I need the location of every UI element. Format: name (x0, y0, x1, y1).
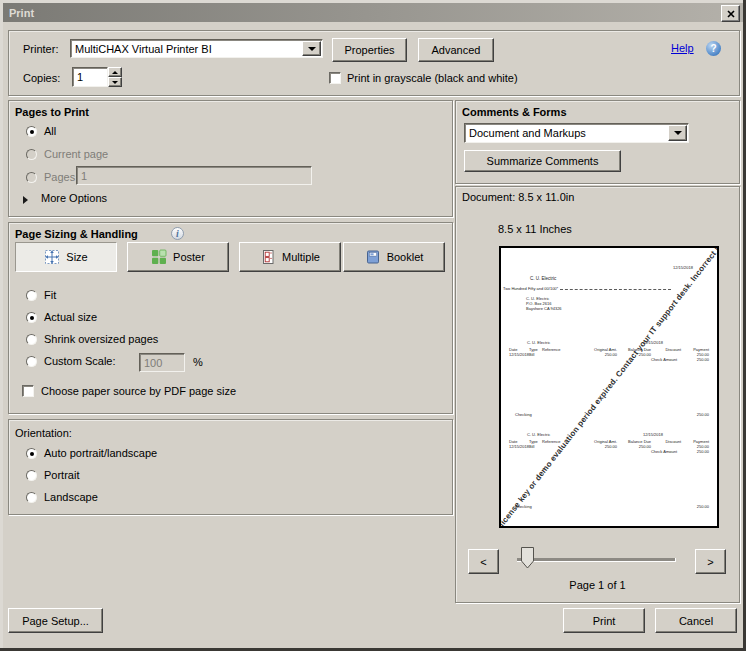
stub-row-type: Bill (529, 444, 534, 449)
document-size-label: Document: 8.5 x 11.0in (462, 191, 574, 203)
help-icon[interactable]: ? (706, 41, 721, 56)
multiple-button-label: Multiple (282, 251, 320, 263)
check-amount-words-row: Two Hundred Fifty and 00/100* (503, 286, 671, 291)
more-options-label[interactable]: More Options (41, 192, 107, 204)
help-icon-glyph: ? (710, 43, 716, 54)
chevron-down-icon (308, 47, 316, 51)
orientation-group: Orientation: Auto portrait/landscape Por… (8, 419, 453, 515)
radio-shrink-label: Shrink oversized pages (44, 333, 158, 345)
window-title: Print (9, 7, 34, 19)
copies-stepper-down[interactable] (108, 77, 122, 87)
radio-shrink[interactable] (26, 334, 37, 345)
next-page-icon: > (707, 556, 713, 568)
radio-auto-orientation[interactable] (26, 448, 37, 459)
radio-custom-scale-label: Custom Scale: (44, 355, 116, 367)
check-date: 12/15/2018 (673, 265, 693, 270)
multiple-toggle-button[interactable]: Multiple (239, 242, 341, 272)
print-button-label: Print (593, 615, 616, 627)
printer-dropdown-button[interactable] (302, 41, 321, 56)
prev-page-button[interactable]: < (468, 549, 499, 574)
stub-col-reference: Reference (542, 439, 560, 444)
cancel-button-label: Cancel (679, 615, 713, 627)
info-icon[interactable]: i (171, 227, 184, 240)
pages-range-input: 1 (76, 166, 312, 185)
stub-check-amount-label: Check Amount (639, 357, 677, 362)
titlebar: Print (3, 3, 743, 22)
preview-panel: Document: 8.5 x 11.0in 8.5 x 11 Inches I… (455, 186, 740, 603)
copies-input[interactable]: 1 (72, 67, 108, 87)
radio-actual-size[interactable] (26, 312, 37, 323)
paper-size-label: 8.5 x 11 Inches (498, 223, 572, 235)
size-icon (44, 249, 60, 265)
close-icon (727, 10, 735, 18)
summarize-comments-label: Summarize Comments (487, 155, 599, 167)
help-link[interactable]: Help (671, 42, 694, 54)
poster-toggle-button[interactable]: Poster (127, 242, 229, 272)
custom-scale-value: 100 (144, 357, 162, 369)
stub-col-discount: Discount (653, 347, 681, 352)
page-slider-thumb[interactable] (521, 547, 534, 569)
preview-page: Incorrect license key or demo evaluation… (499, 246, 719, 528)
booklet-button-label: Booklet (387, 251, 424, 263)
radio-dot (30, 316, 34, 320)
radio-fit[interactable] (26, 290, 37, 301)
properties-button[interactable]: Properties (332, 38, 407, 62)
radio-current-page (26, 149, 37, 160)
stub-original-amt: 250.00 (585, 444, 617, 449)
page-sizing-title: Page Sizing & Handling (15, 228, 138, 240)
stub-check-amount: 250.00 (683, 357, 709, 362)
radio-portrait-label: Portrait (44, 469, 79, 481)
radio-landscape-label: Landscape (44, 491, 98, 503)
print-button[interactable]: Print (563, 608, 645, 633)
copies-stepper-up[interactable] (108, 67, 122, 77)
check-stub: C. U. Electric 12/15/2018 Date Type Refe… (509, 340, 713, 418)
page-slider-track[interactable] (517, 558, 676, 562)
summarize-comments-button[interactable]: Summarize Comments (464, 150, 621, 172)
stub-row-type: Bill (529, 352, 534, 357)
grayscale-checkbox[interactable] (329, 72, 341, 84)
pages-to-print-title: Pages to Print (15, 106, 89, 118)
stub-account: Checking (515, 504, 532, 509)
radio-custom-scale[interactable] (26, 356, 37, 367)
arrow-down-icon (112, 81, 118, 84)
stub-original-amt: 250.00 (585, 352, 617, 357)
printer-select-value: MultiCHAX Virtual Printer BI (75, 43, 212, 55)
paper-source-checkbox[interactable] (22, 385, 34, 397)
paper-source-label: Choose paper source by PDF page size (41, 385, 236, 397)
comments-dropdown-button[interactable] (668, 125, 687, 141)
pages-to-print-group: Pages to Print All Current page Pages 1 … (8, 100, 453, 217)
stub-row-date: 12/15/2018 (509, 352, 529, 357)
prev-page-icon: < (480, 556, 486, 568)
comments-forms-select-value: Document and Markups (469, 127, 586, 139)
advanced-button[interactable]: Advanced (418, 38, 494, 62)
print-dialog: Print Printer: MultiCHAX Virtual Printer… (0, 0, 746, 651)
booklet-toggle-button[interactable]: Booklet (343, 242, 445, 272)
radio-all-label: All (44, 125, 56, 137)
radio-all[interactable] (26, 126, 37, 137)
printer-select[interactable]: MultiCHAX Virtual Printer BI (70, 39, 323, 58)
pages-range-value: 1 (81, 170, 87, 182)
check-address-block: C. U. Electric P.O. Box 2616 Bayshore CA… (526, 296, 562, 311)
size-toggle-button[interactable]: Size (15, 242, 117, 272)
printer-group: Printer: MultiCHAX Virtual Printer BI Pr… (8, 30, 740, 96)
size-button-label: Size (66, 251, 87, 263)
more-options-toggle[interactable] (23, 194, 28, 206)
poster-button-label: Poster (173, 251, 205, 263)
check-amount-words: Two Hundred Fifty and 00/100* (503, 286, 558, 291)
page-setup-button[interactable]: Page Setup... (8, 608, 103, 633)
radio-landscape[interactable] (26, 492, 37, 503)
page-indicator: Page 1 of 1 (456, 579, 739, 591)
booklet-icon (365, 249, 381, 265)
check-payee: C. U. Electric (530, 276, 556, 281)
next-page-button[interactable]: > (695, 549, 726, 574)
printer-label: Printer: (23, 43, 58, 55)
comments-forms-select[interactable]: Document and Markups (464, 123, 689, 143)
chevron-down-icon (674, 131, 682, 135)
arrow-up-icon (112, 71, 118, 74)
check-address-line3: Bayshore CA 94326 (526, 306, 562, 311)
stub-company: C. U. Electric (527, 432, 550, 437)
cancel-button[interactable]: Cancel (655, 608, 737, 633)
radio-portrait[interactable] (26, 470, 37, 481)
close-button[interactable] (721, 5, 740, 22)
stub-account: Checking (515, 412, 532, 417)
